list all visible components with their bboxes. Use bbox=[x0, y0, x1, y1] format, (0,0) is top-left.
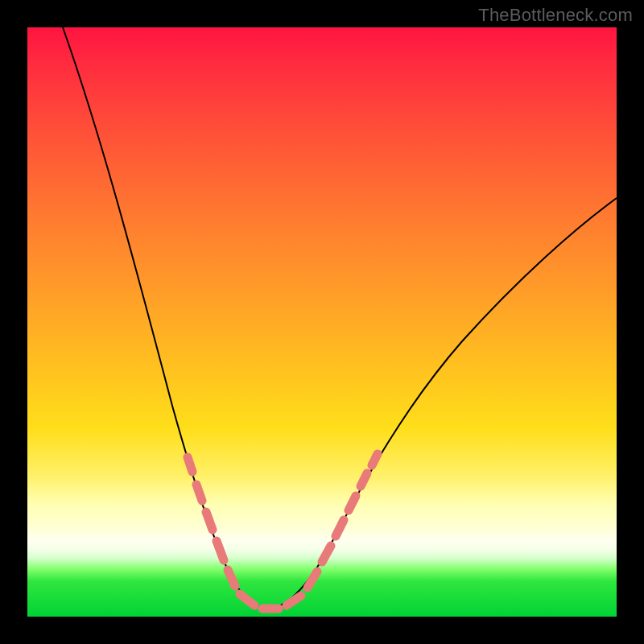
chart-frame: TheBottleneck.com bbox=[0, 0, 644, 644]
highlight-left-dashes bbox=[188, 457, 235, 586]
chart-plot-area bbox=[27, 27, 617, 617]
chart-svg bbox=[27, 27, 617, 617]
watermark-text: TheBottleneck.com bbox=[478, 5, 633, 26]
highlight-right-dashes bbox=[308, 454, 378, 588]
highlight-bottom-dashes bbox=[240, 594, 301, 609]
